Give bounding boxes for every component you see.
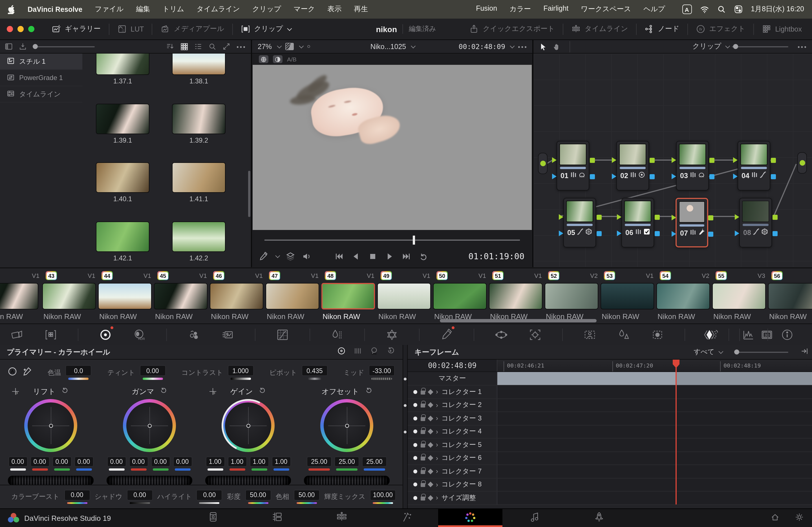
sizing-icon[interactable] [44, 328, 58, 341]
viewer-canvas[interactable] [252, 65, 532, 230]
scrub-playhead[interactable] [412, 236, 415, 245]
master-wheel-ゲイン[interactable] [205, 475, 291, 485]
wheel-value[interactable]: 0.00 [30, 456, 49, 467]
still-thumbnail[interactable] [96, 54, 149, 75]
bottom-field-value[interactable]: 0.00 [127, 490, 153, 500]
wheel-reset-icon[interactable] [61, 387, 69, 396]
close-window-button[interactable] [7, 26, 13, 32]
node-view-mode[interactable]: クリップ [693, 42, 721, 51]
wheel-indicator[interactable] [49, 424, 53, 427]
lock-icon[interactable] [421, 456, 425, 461]
node-rgb-output-pin[interactable] [590, 158, 595, 163]
wheel-value[interactable]: 25.00 [362, 456, 387, 467]
gallery-toggle-button[interactable]: ギャラリー [43, 19, 108, 40]
audio-mute-icon[interactable] [302, 252, 311, 261]
row-expand-chevron[interactable]: › [436, 401, 438, 409]
project-manager-icon[interactable] [770, 512, 780, 524]
adjust-field-value[interactable]: -33.00 [369, 366, 395, 376]
expand-gallery-icon[interactable] [222, 42, 231, 51]
ab-compare-label[interactable]: A/B [287, 56, 296, 62]
keyframe-diamond-icon[interactable] [428, 429, 433, 435]
bypass-indicator-icon[interactable] [307, 45, 310, 48]
viewer-zoom-level[interactable]: 27% [258, 43, 272, 50]
wheel-value[interactable]: 0.00 [173, 456, 192, 467]
keyframe-row-track[interactable] [497, 399, 812, 411]
menu-item-ワークスペース[interactable]: ワークスペース [581, 4, 631, 14]
row-expand-chevron[interactable]: › [436, 454, 438, 462]
keyframe-row-label-cell[interactable]: ›コレクター 3 [408, 412, 497, 425]
zoom-window-button[interactable] [28, 26, 34, 32]
wheel-reset-icon[interactable] [259, 387, 266, 396]
row-enable-dot[interactable] [413, 443, 417, 447]
menu-item-タイムライン[interactable]: タイムライン [197, 4, 240, 14]
apple-menu-icon[interactable] [8, 5, 15, 14]
clip-dropdown-icon[interactable] [411, 43, 416, 48]
color-wheels-icon[interactable] [99, 328, 112, 341]
node-rgb-input-pin[interactable] [559, 214, 563, 220]
corrector-node-02[interactable]: 02 [616, 141, 649, 191]
row-enable-dot[interactable] [413, 416, 417, 421]
split-compare-button[interactable] [273, 55, 282, 63]
wheel-picker-icon[interactable] [12, 388, 19, 397]
node-key-output-pin[interactable] [771, 174, 776, 179]
lock-icon[interactable] [421, 403, 425, 408]
keyframe-row-track[interactable] [497, 439, 812, 451]
keyframe-diamond-icon[interactable] [428, 402, 433, 408]
magic-mask-icon[interactable] [583, 328, 597, 341]
still-thumbnail[interactable] [172, 103, 226, 134]
clip-version-badge[interactable]: 50 [436, 271, 448, 280]
row-enable-dot[interactable] [413, 456, 417, 460]
row-enable-dot[interactable] [413, 390, 417, 394]
wifi-icon[interactable] [700, 5, 709, 14]
timeline-clip-43[interactable] [42, 283, 96, 309]
keyframe-row-label-cell[interactable]: ›コレクター 6 [408, 452, 497, 465]
still-thumbnail[interactable] [96, 221, 149, 252]
go-to-last-frame-button[interactable] [402, 252, 411, 261]
wheel-value[interactable]: 25.00 [307, 456, 332, 467]
minimize-window-button[interactable] [17, 26, 24, 32]
node-rgb-output-pin[interactable] [771, 158, 776, 163]
timecode-dropdown-icon[interactable] [510, 43, 514, 48]
stabilizer-icon[interactable] [528, 328, 542, 341]
keyframe-row-label-cell[interactable]: ›コレクター 4 [408, 425, 497, 438]
lut-toggle-button[interactable]: LUT [109, 19, 152, 40]
bottom-field-value[interactable]: 0.00 [197, 490, 222, 500]
node-key-output-pin[interactable] [597, 231, 602, 236]
viewer-clip-name[interactable]: Niko...1025 [371, 43, 406, 50]
node-key-input-pin[interactable] [671, 231, 676, 237]
keyframe-diamond-icon[interactable] [428, 416, 433, 421]
clip-version-badge[interactable]: 49 [381, 271, 392, 280]
menu-item-Fairlight[interactable]: Fairlight [543, 4, 568, 14]
node-key-input-pin[interactable] [559, 231, 563, 236]
reset-all-icon[interactable] [386, 347, 395, 357]
bottom-field-value[interactable]: 50.00 [245, 490, 271, 500]
wheel-value[interactable]: 0.00 [129, 456, 148, 467]
timeline-clip-55[interactable] [712, 283, 766, 309]
keyframe-row-label-cell[interactable]: ›コレクター 1 [408, 385, 497, 398]
clip-version-badge[interactable]: 51 [492, 271, 504, 280]
clip-version-badge[interactable]: 48 [325, 271, 336, 280]
clip-version-badge[interactable]: 54 [660, 271, 671, 280]
row-expand-chevron[interactable]: › [436, 388, 438, 396]
still-thumbnail[interactable] [172, 221, 226, 252]
wheel-value[interactable]: 1.00 [228, 456, 247, 467]
row-expand-chevron[interactable]: › [436, 468, 438, 475]
timeline-clip-53[interactable] [600, 283, 654, 309]
node-view-dropdown-icon[interactable] [725, 43, 730, 48]
clip-version-badge[interactable]: 47 [269, 271, 280, 280]
wheel-value[interactable]: 0.00 [151, 456, 170, 467]
node-options-icon[interactable]: ••• [798, 43, 808, 50]
corrector-node-01[interactable]: 01HDR [556, 141, 589, 191]
menu-item-表示[interactable]: 表示 [327, 4, 342, 14]
node-rgb-output-pin[interactable] [655, 215, 660, 220]
row-expand-chevron[interactable]: › [436, 441, 438, 449]
bottom-field-gradient[interactable] [130, 502, 150, 504]
timeline-clip-52[interactable] [545, 283, 598, 309]
wipe-mode-icon[interactable] [285, 43, 294, 50]
wipe-layers-icon[interactable] [702, 328, 716, 341]
keyframe-row-track[interactable] [497, 465, 812, 478]
still-thumbnail[interactable] [96, 103, 149, 134]
adjust-field-gradient[interactable] [308, 378, 321, 380]
corrector-node-03[interactable]: 03HDR [676, 141, 709, 191]
row-enable-dot[interactable] [413, 430, 417, 434]
